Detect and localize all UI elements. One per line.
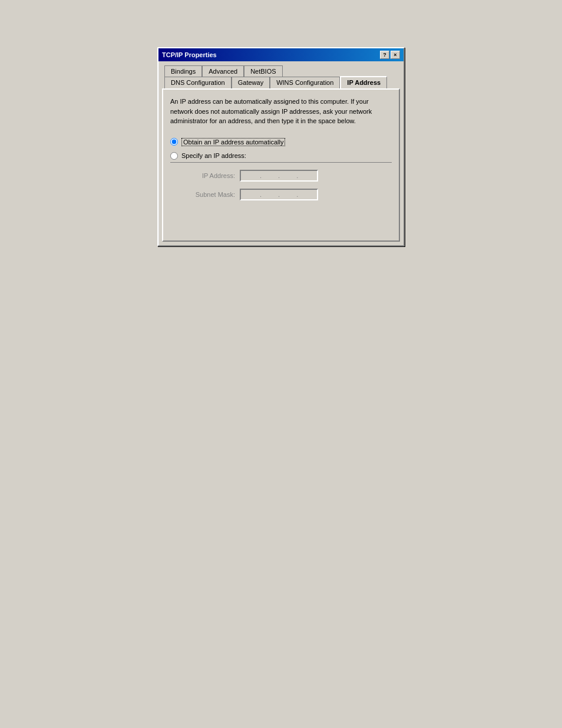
specify-ip-label: Specify an IP address:: [181, 152, 246, 159]
ip-octet-1[interactable]: [243, 172, 260, 179]
separator: [170, 162, 392, 163]
dialog-body: Bindings Advanced NetBIOS DNS Configurat…: [158, 61, 404, 245]
description-text: An IP address can be automatically assig…: [170, 97, 392, 126]
auto-ip-label: Obtain an IP address automatically: [181, 138, 285, 146]
ip-address-input-group: . . .: [240, 170, 318, 182]
specify-ip-row: Specify an IP address:: [170, 152, 392, 160]
specify-section: Specify an IP address: IP Address: . . .: [170, 152, 392, 200]
dialog-title: TCP/IP Properties: [162, 51, 217, 58]
ip-octet-4[interactable]: [298, 172, 315, 179]
tab-ipaddress[interactable]: IP Address: [340, 76, 387, 88]
subnet-mask-row: Subnet Mask: . . .: [182, 189, 392, 200]
ip-address-label: IP Address:: [182, 172, 235, 179]
auto-ip-option: Obtain an IP address automatically: [170, 138, 392, 146]
title-bar: TCP/IP Properties ? ×: [158, 48, 404, 61]
close-button[interactable]: ×: [391, 51, 400, 59]
subnet-octet-4[interactable]: [298, 191, 315, 198]
auto-ip-radio[interactable]: [170, 138, 178, 146]
ip-address-panel: An IP address can be automatically assig…: [162, 88, 400, 242]
help-button[interactable]: ?: [380, 51, 389, 59]
title-bar-buttons: ? ×: [380, 51, 400, 59]
subnet-octet-1[interactable]: [243, 191, 260, 198]
subnet-mask-label: Subnet Mask:: [182, 191, 235, 198]
tab-wins[interactable]: WINS Configuration: [270, 77, 340, 89]
tab-gateway[interactable]: Gateway: [232, 77, 270, 89]
ip-octet-3[interactable]: [280, 172, 296, 179]
ip-address-row: IP Address: . . .: [182, 170, 392, 182]
specify-ip-radio[interactable]: [170, 152, 178, 160]
ip-octet-2[interactable]: [262, 172, 278, 179]
tab-row-1: Bindings Advanced NetBIOS: [164, 65, 400, 76]
tab-bindings[interactable]: Bindings: [164, 65, 202, 77]
subnet-octet-2[interactable]: [262, 191, 278, 198]
tab-advanced[interactable]: Advanced: [202, 65, 244, 77]
tab-row-2: DNS Configuration Gateway WINS Configura…: [164, 76, 400, 88]
tcp-ip-properties-dialog: TCP/IP Properties ? × Bindings Advanced …: [157, 47, 405, 246]
subnet-octet-3[interactable]: [280, 191, 296, 198]
tab-dns[interactable]: DNS Configuration: [164, 77, 232, 89]
tab-netbios[interactable]: NetBIOS: [244, 65, 282, 77]
subnet-mask-input-group: . . .: [240, 189, 318, 200]
